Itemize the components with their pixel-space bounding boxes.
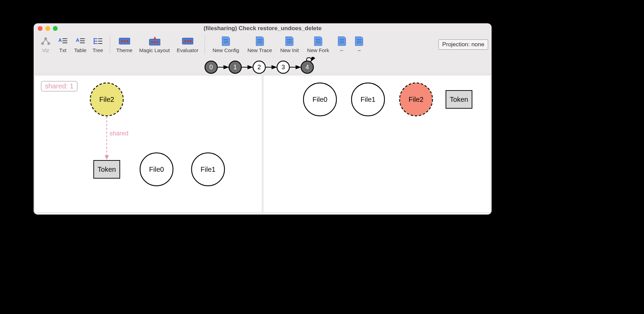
minimize-icon[interactable] [45, 26, 50, 31]
svg-point-25 [157, 41, 159, 43]
svg-point-21 [126, 40, 128, 42]
close-icon[interactable] [38, 26, 43, 31]
magic-layout-label: Magic Layout [139, 47, 170, 53]
new-config-button[interactable]: New Config [208, 36, 243, 54]
svg-point-29 [187, 40, 189, 42]
svg-text:File2: File2 [99, 96, 114, 103]
edge-label: shared [110, 130, 128, 137]
zoom-icon[interactable] [53, 26, 58, 31]
trace-step-3[interactable]: 3 [277, 61, 289, 73]
txt-button[interactable]: A Txt [54, 36, 71, 54]
tree-icon [92, 36, 104, 46]
toolbar: Viz A Txt A Table Tree [34, 34, 492, 57]
node-file1[interactable]: File1 [192, 153, 225, 186]
tree-label: Tree [93, 47, 103, 53]
svg-text:File2: File2 [409, 96, 423, 103]
new-fork-label: New Fork [307, 47, 329, 53]
table-button[interactable]: A Table [71, 36, 89, 54]
svg-text:Token: Token [450, 96, 468, 103]
window: (filesharing) Check restore_undoes_delet… [34, 23, 492, 215]
right-pane[interactable]: File0 File1 File2 Token [263, 75, 491, 213]
fwd-button[interactable]: → [350, 36, 368, 54]
svg-text:File1: File1 [360, 96, 375, 103]
svg-text:Token: Token [97, 166, 116, 173]
theme-icon [118, 36, 130, 46]
document-icon [353, 36, 365, 46]
magic-layout-icon [149, 36, 160, 46]
svg-text:File0: File0 [312, 96, 327, 103]
document-icon [312, 36, 324, 46]
theme-label: Theme [116, 47, 133, 53]
window-title: (filesharing) Check restore_undoes_delet… [34, 25, 492, 32]
magic-layout-button[interactable]: Magic Layout [135, 36, 174, 54]
svg-text:4: 4 [306, 64, 309, 71]
left-graph: File2 shared Token File0 File1 [35, 75, 261, 213]
svg-point-28 [184, 40, 186, 42]
svg-point-30 [189, 40, 192, 42]
node-file0[interactable]: File0 [140, 153, 173, 186]
node-file2[interactable]: File2 [90, 83, 123, 116]
svg-text:File0: File0 [149, 166, 164, 173]
new-trace-button[interactable]: New Trace [243, 36, 276, 54]
viz-label: Viz [42, 47, 49, 53]
new-fork-button[interactable]: New Fork [303, 36, 333, 54]
new-init-button[interactable]: New Init [276, 36, 303, 54]
node-token[interactable]: Token [94, 160, 120, 178]
titlebar: (filesharing) Check restore_undoes_delet… [34, 23, 492, 34]
left-pane[interactable]: shared: 1 File2 shared Toke [34, 75, 262, 213]
svg-point-19 [121, 40, 123, 42]
viz-button[interactable]: Viz [37, 36, 54, 54]
svg-text:A: A [76, 37, 79, 43]
svg-point-23 [151, 41, 153, 43]
node-file0[interactable]: File0 [303, 83, 336, 116]
node-file1[interactable]: File1 [352, 83, 384, 116]
document-icon [254, 36, 266, 46]
back-label: ← [339, 47, 344, 53]
svg-text:File1: File1 [200, 166, 215, 173]
node-file2[interactable]: File2 [400, 83, 433, 116]
node-token[interactable]: Token [446, 90, 472, 108]
fwd-label: → [356, 47, 361, 53]
trace-step-1[interactable]: 1 [229, 61, 241, 73]
evaluator-icon [182, 36, 193, 46]
separator [110, 35, 110, 54]
evaluator-label: Evaluator [177, 47, 198, 53]
viz-icon [40, 36, 51, 46]
svg-text:1: 1 [233, 64, 237, 71]
theme-button[interactable]: Theme [114, 36, 135, 54]
table-icon: A [74, 36, 86, 46]
tree-button[interactable]: Tree [89, 36, 106, 54]
svg-text:0: 0 [209, 64, 213, 71]
document-icon [220, 36, 232, 46]
new-config-label: New Config [212, 47, 239, 53]
projection-box[interactable]: Projection: none [438, 39, 488, 50]
svg-point-20 [124, 40, 126, 42]
trace-step-4[interactable]: 4 [301, 61, 313, 73]
traffic-lights [38, 26, 58, 31]
svg-text:2: 2 [257, 64, 261, 71]
trace-step-2[interactable]: 2 [253, 61, 265, 73]
document-icon [284, 36, 295, 46]
txt-icon: A [57, 36, 69, 46]
svg-point-24 [154, 41, 156, 43]
trace-step-0[interactable]: 0 [205, 61, 217, 73]
new-trace-label: New Trace [248, 47, 272, 53]
right-graph: File0 File1 File2 Token [263, 75, 490, 213]
trace-steps-svg: 0 1 2 3 4 [201, 57, 324, 74]
document-icon [336, 36, 348, 46]
svg-marker-26 [153, 36, 156, 39]
back-button[interactable]: ← [333, 36, 350, 54]
separator [205, 35, 205, 54]
evaluator-button[interactable]: Evaluator [174, 36, 201, 54]
svg-text:A: A [58, 37, 62, 43]
trace-bar: 0 1 2 3 4 [34, 57, 492, 74]
table-label: Table [74, 47, 87, 53]
svg-text:3: 3 [281, 64, 285, 71]
shared-count-box: shared: 1 [41, 81, 78, 92]
txt-label: Txt [59, 47, 67, 53]
panes: shared: 1 File2 shared Toke [34, 74, 492, 214]
new-init-label: New Init [280, 47, 299, 53]
